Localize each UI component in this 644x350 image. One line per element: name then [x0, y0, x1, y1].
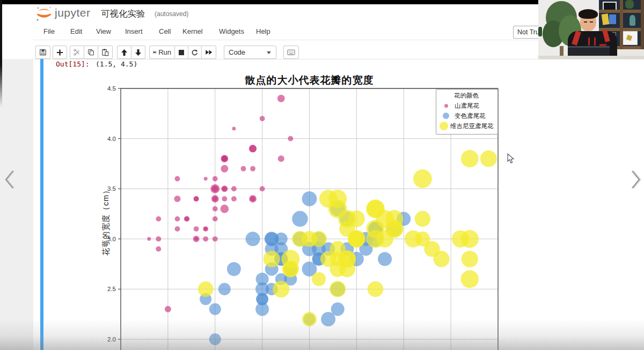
webcam-hood-drawstring	[588, 38, 590, 46]
menu-insert[interactable]: Insert	[125, 27, 143, 35]
fast-forward-icon	[205, 49, 213, 56]
svg-text:2.5: 2.5	[107, 286, 116, 292]
jupyter-logo-icon[interactable]	[35, 6, 53, 22]
menu-file[interactable]: File	[43, 27, 55, 35]
menu-kernel[interactable]: Kernel	[182, 27, 203, 35]
jupyter-brand[interactable]: jupyter	[55, 6, 91, 19]
interrupt-kernel-button[interactable]	[174, 46, 188, 59]
chart-title: 散点的大小代表花瓣的宽度	[121, 73, 498, 87]
paste-cells-button[interactable]	[98, 46, 113, 59]
output-prompt: Out[15]:	[56, 60, 90, 68]
webcam-vase	[630, 15, 635, 26]
paste-icon	[101, 48, 109, 56]
video-left-edge	[0, 0, 2, 107]
webcam-laptop-edge	[568, 46, 610, 48]
dropdown-caret-icon	[267, 51, 271, 54]
output-value: (1.5, 4.5)	[96, 60, 137, 68]
add-cell-icon	[56, 49, 63, 56]
matplotlib-figure: 4.54.03.53.02.52.0 散点的大小代表花瓣的宽度 花萼的宽度（cm…	[97, 72, 510, 350]
webcam-card	[609, 14, 616, 24]
restart-kernel-button[interactable]	[188, 46, 202, 59]
webcam-person-eye	[590, 21, 593, 23]
cut-icon	[74, 48, 80, 56]
webcam-small-plant	[538, 27, 542, 36]
jupyter-notebook-window: jupyter 可视化实验 (autosaved) File Edit View…	[0, 0, 644, 350]
legend-title: 花的颜色	[440, 92, 493, 100]
restart-run-all-button[interactable]	[201, 46, 216, 59]
cut-cell-button[interactable]	[70, 46, 84, 59]
webcam-overlay	[538, 0, 644, 59]
save-icon	[39, 48, 47, 56]
webcam-picture-frame	[621, 31, 638, 45]
step-forward-icon	[153, 49, 156, 56]
setosa-marker-icon	[444, 104, 448, 108]
svg-text:2.0: 2.0	[107, 336, 116, 342]
save-button[interactable]	[35, 46, 50, 59]
menu-help[interactable]: Help	[256, 27, 270, 35]
webcam-frame-art	[626, 35, 633, 41]
stop-icon	[178, 49, 185, 56]
selected-cell-indicator[interactable]	[40, 59, 43, 350]
autosave-status: (autosaved)	[155, 10, 188, 18]
move-down-icon	[135, 49, 142, 56]
legend-item-versicolor: 变色鸢尾花	[440, 111, 493, 120]
command-palette-button[interactable]	[283, 46, 299, 59]
legend-item-setosa: 山鸢尾花	[440, 101, 493, 110]
menu-view[interactable]: View	[96, 27, 111, 35]
move-cell-up-button[interactable]	[117, 46, 131, 59]
webcam-shelf-divider	[641, 0, 644, 49]
carousel-next-button[interactable]	[630, 168, 642, 191]
svg-text:4.5: 4.5	[107, 85, 116, 92]
move-up-icon	[121, 49, 128, 56]
svg-text:4.0: 4.0	[107, 136, 116, 142]
mouse-cursor-icon	[507, 153, 515, 164]
carousel-prev-button[interactable]	[3, 168, 16, 191]
legend-item-virginica: 维吉尼亚鸢尾花	[440, 122, 493, 130]
webcam-person-eye	[584, 21, 587, 23]
notebook-left-gutter	[0, 59, 33, 350]
menu-cell[interactable]: Cell	[159, 27, 171, 35]
run-cell-button[interactable]: Run	[149, 46, 175, 59]
chart-legend: 花的颜色 山鸢尾花 变色鸢尾花 维吉尼亚鸢尾花	[436, 89, 498, 135]
y-axis-label: 花萼的宽度（cm）	[101, 186, 111, 256]
restart-kernel-icon	[192, 48, 198, 56]
versicolor-marker-icon	[443, 113, 449, 119]
webcam-hood-drawstring	[594, 38, 596, 46]
menu-widgets[interactable]: Widgets	[219, 27, 244, 35]
keyboard-icon	[287, 49, 295, 56]
menu-edit[interactable]: Edit	[70, 27, 82, 35]
webcam-person-hair	[579, 9, 598, 19]
virginica-marker-icon	[440, 122, 448, 130]
cell-type-value: Code	[229, 48, 245, 56]
webcam-card	[602, 13, 610, 25]
webcam-desk-edge	[538, 56, 644, 59]
webcam-shelf-plant	[625, 0, 634, 9]
cell-type-dropdown[interactable]: Code	[224, 46, 276, 59]
move-cell-down-button[interactable]	[131, 46, 145, 59]
copy-cells-button[interactable]	[84, 46, 98, 59]
run-label: Run	[158, 48, 171, 56]
notebook-title[interactable]: 可视化实验	[101, 8, 145, 20]
copy-icon	[87, 48, 94, 56]
add-cell-button[interactable]	[53, 46, 67, 59]
webcam-shelf-divider	[620, 0, 623, 49]
